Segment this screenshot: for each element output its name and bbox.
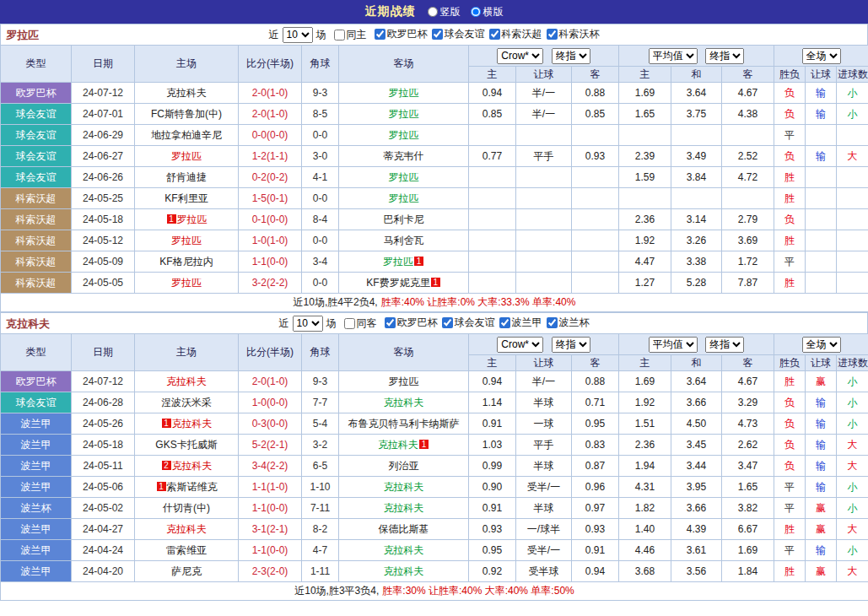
- match-date: 24-07-01: [72, 104, 135, 125]
- result-goals: [837, 230, 868, 251]
- avg-away-odds: 3.47: [722, 456, 774, 477]
- league-filter-checkbox[interactable]: 波兰甲: [499, 316, 542, 330]
- home-team-cell: 2克拉科夫: [135, 456, 239, 477]
- layout-option-horizontal[interactable]: 横版: [471, 5, 504, 19]
- league-filter-checkbox[interactable]: 波兰杯: [547, 316, 590, 330]
- avg-home-odds: 1.40: [619, 519, 671, 540]
- crow-handicap: 半球: [516, 392, 572, 413]
- home-team-cell: 舒肯迪捷: [135, 167, 239, 188]
- home-team-cell: 克拉科夫: [135, 83, 239, 104]
- result-goals: 小: [837, 104, 868, 125]
- score-cell: 2-0(1-0): [239, 104, 302, 125]
- match-date: 24-05-09: [72, 251, 135, 273]
- col-header-home: 主场: [135, 46, 239, 83]
- avg-home-odds: 2.39: [619, 146, 671, 167]
- match-row: 波兰甲24-05-112克拉科夫3-4(2-2)6-5列治亚0.99半球0.87…: [1, 456, 868, 477]
- league-filter-checkbox[interactable]: 球会友谊: [442, 316, 495, 330]
- avg-away-odds: 3.69: [722, 230, 774, 251]
- league-filter-checkbox[interactable]: 球会友谊: [432, 27, 485, 41]
- header-row-top: 类型 日期 主场 比分(半场) 角球 客场 Crow* 终指 平均值 终指: [1, 46, 868, 67]
- fulltime-group: 全场: [774, 334, 868, 355]
- red-card-badge: 2: [162, 461, 171, 470]
- horizontal-layout-radio[interactable]: [471, 7, 481, 17]
- crow-home-odds: 0.90: [469, 477, 516, 498]
- average-select[interactable]: 平均值: [649, 337, 698, 353]
- away-team-name: 布鲁克贝特马利卡纳斯萨: [348, 418, 460, 430]
- average-final-select[interactable]: 终指: [705, 48, 744, 64]
- fulltime-select[interactable]: 全场: [802, 48, 841, 64]
- layout-option-vertical[interactable]: 竖版: [428, 5, 461, 19]
- league-filter-label: 球会友谊: [445, 27, 485, 41]
- league-filter-input[interactable]: [432, 29, 443, 40]
- crow-company-select[interactable]: Crow*: [497, 48, 543, 64]
- league-filter-input[interactable]: [547, 29, 558, 40]
- average-select[interactable]: 平均值: [649, 48, 698, 64]
- corners-cell: 3-0: [302, 146, 339, 167]
- same-venue-checkbox[interactable]: 同客: [344, 316, 377, 331]
- result-wdl: 胜: [774, 188, 806, 209]
- crow-handicap: 半/一: [516, 104, 572, 125]
- home-team-name: KF利里亚: [164, 192, 208, 204]
- league-filter-input[interactable]: [442, 317, 453, 328]
- league-filter-checkbox[interactable]: 欧罗巴杯: [385, 316, 438, 330]
- average-final-select[interactable]: 终指: [705, 337, 744, 353]
- match-date: 24-06-27: [72, 146, 135, 167]
- crow-away-odds: 0.95: [572, 413, 619, 435]
- vertical-layout-radio[interactable]: [428, 7, 438, 17]
- score-cell: 3-2(2-2): [239, 273, 302, 294]
- score-cell: 1-1(0-0): [239, 251, 302, 273]
- home-team-cell: 罗拉匹: [135, 273, 239, 294]
- league-type-cell: 欧罗巴杯: [1, 83, 72, 104]
- league-filter-checkbox[interactable]: 欧罗巴杯: [375, 27, 428, 41]
- same-venue-input[interactable]: [334, 30, 345, 41]
- league-filter-input[interactable]: [375, 29, 385, 40]
- crow-company-select[interactable]: Crow*: [497, 337, 543, 353]
- result-wdl: 负: [774, 435, 806, 456]
- fulltime-select[interactable]: 全场: [802, 337, 841, 353]
- league-type-cell: 科索沃超: [1, 230, 72, 251]
- match-row: 波兰甲24-05-261克拉科夫0-3(0-0)5-4布鲁克贝特马利卡纳斯萨0.…: [1, 413, 868, 435]
- avg-home-odds: 1.59: [619, 167, 671, 188]
- crow-home-odds: 0.99: [469, 456, 516, 477]
- summary-row: 近10场,胜3平3负4,胜率:30% 让胜率:40% 大率:40% 单率:50%: [1, 582, 868, 601]
- league-filter-checkbox[interactable]: 科索沃超: [489, 27, 542, 41]
- col-header-away: 客场: [339, 46, 469, 83]
- col-header-crow-handicap: 让球: [516, 67, 572, 83]
- corners-cell: 9-3: [302, 371, 339, 392]
- match-row: 球会友谊24-06-26舒肯迪捷0-2(0-2)4-1罗拉匹1.593.844.…: [1, 167, 868, 188]
- result-wdl: 负: [774, 413, 806, 435]
- league-type-cell: 球会友谊: [1, 104, 72, 125]
- result-wdl: 胜: [774, 561, 806, 582]
- league-filter-input[interactable]: [489, 29, 500, 40]
- league-type-cell: 波兰甲: [1, 477, 72, 498]
- col-header-avg-draw: 和: [671, 67, 722, 83]
- rates-text: 胜率:30% 让胜率:40% 大率:40% 单率:50%: [382, 585, 574, 597]
- crow-final-select[interactable]: 终指: [552, 48, 590, 64]
- home-team-name: 地拉拿柏迪辛尼: [151, 129, 222, 141]
- avg-draw-odds: 3.14: [671, 209, 722, 230]
- match-count-select[interactable]: 10: [293, 316, 323, 332]
- match-date: 24-06-28: [72, 392, 135, 413]
- league-filter-input[interactable]: [385, 317, 396, 328]
- match-count-select[interactable]: 10: [283, 27, 313, 43]
- home-team-cell: GKS卡托威斯: [135, 435, 239, 456]
- home-team-cell: 克拉科夫: [135, 519, 239, 540]
- away-team-name: 保德比斯基: [379, 523, 429, 535]
- result-goals: 小: [837, 392, 868, 413]
- result-handicap: 输: [806, 392, 837, 413]
- league-filter-checkbox[interactable]: 科索沃杯: [547, 27, 600, 41]
- league-filter-label: 科索沃杯: [559, 27, 600, 41]
- league-filter-input[interactable]: [499, 317, 510, 328]
- avg-away-odds: 1.84: [722, 561, 774, 582]
- crow-final-select[interactable]: 终指: [552, 337, 590, 353]
- same-venue-input[interactable]: [344, 318, 355, 329]
- col-header-score: 比分(半场): [239, 46, 302, 83]
- result-wdl: 胜: [774, 371, 806, 392]
- home-team-name: 克拉科夫: [166, 523, 207, 535]
- home-team-cell: 雷索维亚: [135, 540, 239, 561]
- league-type-cell: 欧罗巴杯: [1, 371, 72, 392]
- league-filter-input[interactable]: [547, 317, 558, 328]
- corners-cell: 5-4: [302, 413, 339, 435]
- result-wdl: 胜: [774, 519, 806, 540]
- same-venue-checkbox[interactable]: 同主: [334, 28, 367, 42]
